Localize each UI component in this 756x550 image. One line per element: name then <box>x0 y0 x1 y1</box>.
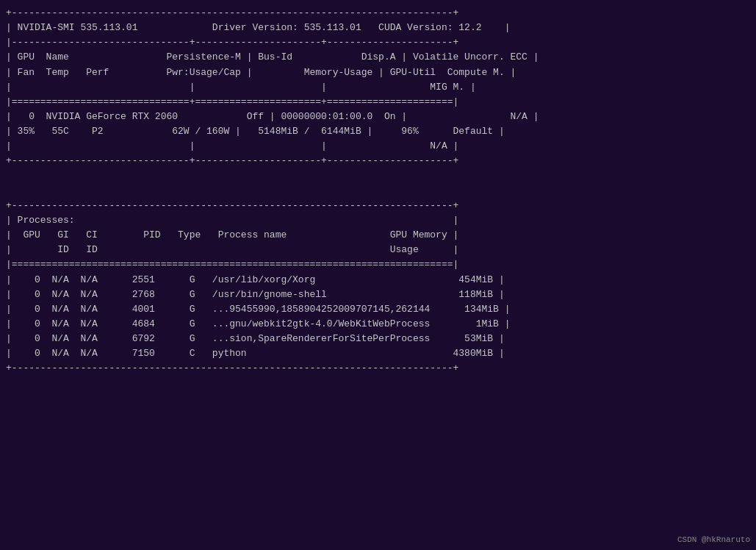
nvidia-smi-output: +---------------------------------------… <box>6 6 750 376</box>
watermark: CSDN @hkRnaruto <box>677 535 750 544</box>
terminal-output: +---------------------------------------… <box>6 6 750 376</box>
